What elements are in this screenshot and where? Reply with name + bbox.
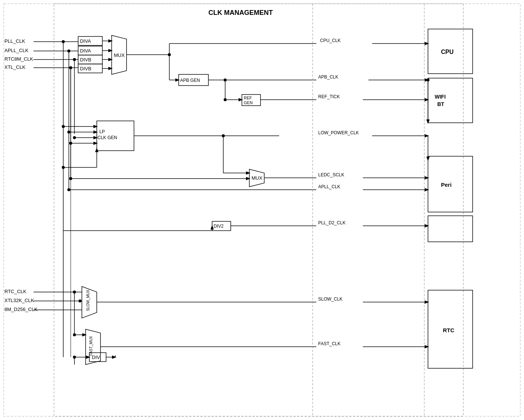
pll-d2-clk-signal: PLL_D2_CLK bbox=[318, 220, 345, 225]
mux2-label: MUX bbox=[252, 175, 262, 181]
clk-management-title: CLK MANAGEMENT bbox=[208, 9, 273, 16]
diva2-label: DIVA bbox=[80, 48, 91, 54]
divb1-label: DIVB bbox=[80, 57, 91, 62]
apll-clk-label: APLL_CLK bbox=[4, 48, 29, 53]
apll-clk-out-signal: APLL_CLK bbox=[318, 184, 340, 189]
svg-point-59 bbox=[222, 134, 225, 137]
lp-clk-gen-label2: CLK GEN bbox=[98, 135, 117, 140]
rtc-label: RTC bbox=[443, 327, 454, 333]
apb-clk-signal: APB_CLK bbox=[318, 74, 338, 80]
slow-mux-label: SLOW_MUX bbox=[86, 289, 90, 311]
mux1-label: MUX bbox=[114, 52, 125, 58]
diva1-label: DIVA bbox=[80, 38, 91, 44]
rtc-clk-label: RTC_CLK bbox=[4, 289, 26, 294]
apb-gen-label: APB GEN bbox=[180, 78, 200, 83]
xtl-clk-label: XTL_CLK bbox=[4, 64, 26, 70]
pll-clk-label: PLL_CLK bbox=[4, 38, 25, 44]
svg-rect-40 bbox=[428, 78, 473, 123]
cpu-clk-signal: CPU_CLK bbox=[320, 38, 341, 43]
low-power-clk-signal: LOW_POWER_CLK bbox=[318, 130, 359, 135]
peri-label: Peri bbox=[441, 182, 451, 188]
ref-gen-label: REF bbox=[244, 96, 252, 100]
cpu-label: CPU bbox=[441, 49, 454, 55]
8m-d256-clk-label: 8M_D256_CLK bbox=[4, 307, 38, 312]
ref-gen-label2: GEN bbox=[244, 100, 253, 105]
div2-label: DIV2 bbox=[214, 224, 224, 229]
svg-rect-79 bbox=[428, 216, 473, 242]
ledc-sclk-signal: LEDC_SCLK bbox=[318, 172, 344, 177]
rtc8m-clk-label: RTC8M_CLK bbox=[4, 56, 33, 62]
xtl32k-clk-label: XTL32K_CLK bbox=[4, 298, 34, 303]
svg-point-83 bbox=[79, 299, 82, 302]
div-label: DIV bbox=[92, 355, 100, 360]
wifi-bt-label: WIFI bbox=[435, 94, 446, 100]
ref-tick-signal: REF_TICK bbox=[318, 94, 340, 99]
slow-clk-signal: SLOW_CLK bbox=[318, 296, 342, 302]
lp-clk-gen-label: LP bbox=[99, 129, 105, 134]
svg-rect-1 bbox=[54, 4, 463, 416]
wifi-bt-bt-label: BT bbox=[437, 101, 444, 107]
fast-mux-label: FAST_MUX bbox=[89, 336, 93, 356]
fast-clk-signal: FAST_CLK bbox=[318, 341, 341, 346]
diagram: CLK MANAGEMENT PLL_CLK APLL_CLK RTC8M_CL… bbox=[0, 0, 524, 420]
divb2-label: DIVB bbox=[80, 66, 91, 71]
